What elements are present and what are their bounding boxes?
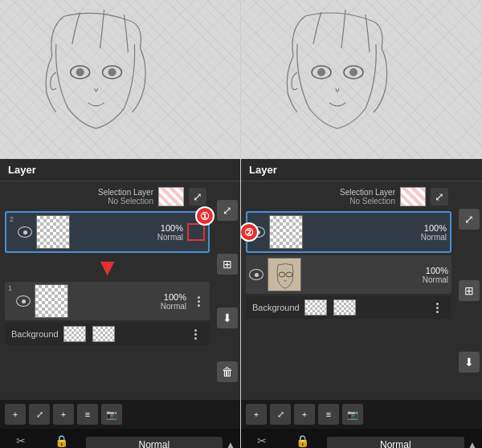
clipping-icon-p2: ✂ [257,434,267,447]
add-layer-btn-p2[interactable]: + [246,404,267,425]
layer-panel-2: Layer Selection Layer No Selection ⤢ ② [241,159,482,448]
side-download-icon-p1[interactable]: ⬇ [217,307,238,328]
selection-layer-icon-2[interactable]: ⤢ [431,188,448,206]
layer-panel-1: Layer Selection Layer No Selection ⤢ 2 [0,159,240,448]
alphalock-icon-p1: 🔒 [55,434,68,447]
bottom-toolbar-p1: + ⤢ + ≡ 📷 [0,400,240,429]
layer-blend-2-p1: Normal [157,233,183,242]
side-transform-icon-p2[interactable]: ⊞ [459,280,480,301]
selection-layer-row-1: Selection Layer No Selection ⤢ [5,185,210,209]
side-download-icon-p2[interactable]: ⬇ [459,352,480,373]
layer-num-1-p1: 1 [8,284,12,292]
more-dots-bg-p2[interactable] [429,299,445,316]
badge-2: ② [241,222,259,242]
eye-icon-1-p1[interactable] [16,295,31,307]
layer-thumb-1-p1 [35,284,68,318]
badge-1: ① [195,206,214,226]
merge-layer-btn-p2[interactable]: + [294,404,315,425]
svg-point-3 [108,68,116,76]
layer-info-2-p2: 100% Normal [307,223,447,242]
layer-blend-2-p2: Normal [421,233,447,242]
svg-point-5 [317,68,325,76]
background-row-p1: Background [5,323,210,345]
add-layer-btn-p1[interactable]: + [5,404,26,425]
layer-thumb-2-p1 [36,215,70,249]
panel-2: Layer Selection Layer No Selection ⤢ ② [241,0,482,448]
bg-thumb2-p2 [333,299,356,316]
sketch-area-1 [0,0,240,161]
layer-panel-header-1: Layer [0,159,240,181]
flatten-btn-p2[interactable]: ≡ [318,404,339,425]
merge-layer-btn-p1[interactable]: + [53,404,74,425]
layer-num-2-p1: 2 [10,215,14,223]
bg-thumb-p1 [63,326,86,342]
bg-label-p1: Background [11,329,59,339]
red-arrow-p1: ▼ [96,255,120,279]
layer-list-2: Selection Layer No Selection ⤢ ② 100% [241,181,456,400]
footer-tab-clipping-p1[interactable]: ✂ Clipping [5,433,38,448]
layer-blend-1-p1: Normal [161,302,186,311]
selection-layer-thumb-2 [400,187,426,206]
layer-row-2-panel2[interactable]: ② 100% Normal [246,211,451,253]
selection-layer-sub-1: No Selection [98,197,153,206]
svg-point-1 [76,68,84,76]
panel-1: Layer Selection Layer No Selection ⤢ 2 [0,0,241,448]
selection-layer-icon-1[interactable]: ⤢ [189,188,206,206]
bg-thumb2-p1 [92,326,115,342]
chevron-up-p1[interactable]: ▲ [226,439,235,448]
layer-thumb-2-p2 [269,215,303,249]
selection-layer-info-1: Selection Layer No Selection [98,188,153,206]
clipping-icon-p1: ✂ [16,434,26,447]
camera-btn-p1[interactable]: 📷 [101,404,122,425]
bottom-toolbar-p2: + ⤢ + ≡ 📷 [241,400,482,429]
selection-layer-info-2: Selection Layer No Selection [340,188,395,206]
layer-list-1: Selection Layer No Selection ⤢ 2 100% [0,181,214,400]
footer-tab-alphalock-p1[interactable]: 🔒 Alpha Lock [41,433,83,448]
layer-header-label-1: Layer [8,164,36,176]
layer-panel-header-2: Layer [241,159,482,181]
blend-mode-p1[interactable]: Normal [86,437,223,448]
eye-icon-1-p2[interactable] [249,269,263,280]
camera-btn-p2[interactable]: 📷 [342,404,363,425]
footer-bar-p1: ✂ Clipping 🔒 Alpha Lock Normal ▲ [0,429,240,448]
layer-opacity-1-p2: 100% [426,266,448,275]
layer-content-2: Selection Layer No Selection ⤢ ② 100% [241,181,482,400]
background-row-p2: Background [246,296,451,319]
copy-layer-btn-p2[interactable]: ⤢ [270,404,291,425]
blend-mode-p2[interactable]: Normal [327,437,465,448]
arrow-container-p1: ▼ [5,255,210,279]
flatten-btn-p1[interactable]: ≡ [77,404,98,425]
eye-icon-2-p1[interactable] [18,226,32,238]
bg-label-p2: Background [252,303,300,312]
selection-layer-thumb-1 [158,187,184,206]
layer-opacity-2-p1: 100% [161,223,183,233]
layer-thumb-border-2-p1 [187,223,205,241]
copy-layer-btn-p1[interactable]: ⤢ [29,404,50,425]
layer-info-2-p1: 100% Normal [74,223,183,242]
layer-side-icons-p2: ⤢ ⊞ ⬇ [456,181,482,400]
layer-thumb-1-p2 [268,258,301,291]
svg-point-7 [349,68,357,76]
layer-info-1-p2: 100% Normal [305,266,448,284]
layer-opacity-1-p1: 100% [164,292,186,302]
layer-side-icons-p1: ⤢ ⊞ ⬇ 🗑 [214,181,240,400]
chevron-up-p2[interactable]: ▲ [468,439,477,448]
side-move-icon-p2[interactable]: ⤢ [459,209,480,230]
layer-row-1-panel1[interactable]: 1 100% Normal [5,282,210,320]
layer-row-2-panel1[interactable]: 2 100% Normal ① [5,211,210,253]
side-move-icon-p1[interactable]: ⤢ [217,200,238,221]
layer-row-1-panel2[interactable]: 100% Normal [246,255,451,294]
more-dots-1-p1[interactable] [190,293,206,309]
side-transform-icon-p1[interactable]: ⊞ [217,254,238,275]
selection-layer-sub-2: No Selection [340,197,395,206]
selection-layer-row-2: Selection Layer No Selection ⤢ [246,185,451,209]
layer-content-1: Selection Layer No Selection ⤢ 2 100% [0,181,240,400]
selection-layer-title-1: Selection Layer [98,188,153,197]
more-dots-bg-p1[interactable] [187,326,203,342]
layer-blend-1-p2: Normal [423,275,448,284]
layer-header-label-2: Layer [249,164,277,176]
footer-tab-alphalock-p2[interactable]: 🔒 Alpha Lock [282,433,324,448]
layer-opacity-2-p2: 100% [424,223,447,233]
side-trash-icon-p1[interactable]: 🗑 [217,361,238,382]
footer-tab-clipping-p2[interactable]: ✂ Clipping [246,433,279,448]
